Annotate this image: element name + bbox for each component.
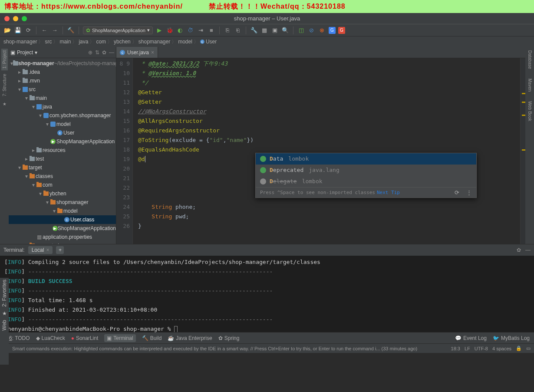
star-icon[interactable]: ★ bbox=[2, 310, 7, 316]
toolwindow-button[interactable]: ▣Terminal bbox=[104, 334, 135, 342]
sort-icon[interactable]: ⇅ bbox=[95, 49, 99, 56]
tab-project[interactable]: 1: Project bbox=[1, 49, 8, 70]
toolwindow-button[interactable]: ◆LuaCheck bbox=[36, 334, 65, 342]
tab-web[interactable]: Web bbox=[0, 318, 8, 332]
tool-icon[interactable]: ⊘ bbox=[308, 26, 316, 34]
toolwindow-button[interactable]: 🐦MyBatis Log bbox=[493, 335, 530, 341]
tree-node[interactable]: ▸test bbox=[9, 155, 116, 163]
tree-node[interactable]: ▾ybchen bbox=[9, 189, 116, 198]
target-icon[interactable]: ⊕ bbox=[88, 49, 92, 56]
gear-icon[interactable]: ✿ bbox=[517, 247, 521, 253]
breadcrumb-item[interactable]: shopmanager bbox=[138, 39, 170, 45]
tree-node[interactable]: ▸.idea bbox=[9, 68, 116, 76]
tree-node[interactable]: ▶ShopManagerApplication bbox=[9, 224, 116, 233]
tree-node[interactable]: ▦application.properties bbox=[9, 233, 116, 241]
gplus-icon[interactable]: G bbox=[338, 27, 345, 34]
close-icon[interactable] bbox=[4, 16, 10, 21]
suggest-item[interactable]: Deprecatedjava.lang bbox=[256, 165, 476, 176]
attach-icon[interactable]: ⇥ bbox=[197, 26, 205, 34]
window-controls[interactable] bbox=[4, 16, 27, 21]
coverage-icon[interactable]: ◐ bbox=[176, 26, 184, 34]
close-icon[interactable]: × bbox=[46, 247, 49, 253]
db-icon[interactable]: ◫ bbox=[297, 26, 305, 34]
sync-icon[interactable]: ⟳ bbox=[24, 26, 32, 34]
open-icon[interactable]: 📂 bbox=[3, 26, 11, 34]
settings-icon[interactable]: 🔧 bbox=[250, 26, 258, 34]
tree-node[interactable]: ▾com bbox=[9, 181, 116, 189]
minimize-icon[interactable] bbox=[13, 16, 18, 21]
tree-node[interactable]: ▾model bbox=[9, 120, 116, 128]
tree-node[interactable]: ▾src bbox=[9, 85, 116, 94]
code-content[interactable]: * @Date: 2021/3/2 下午9:43 * @Versiion: 1.… bbox=[133, 58, 520, 244]
tree-node[interactable]: ▶ShopManagerApplication bbox=[9, 137, 116, 146]
save-icon[interactable]: 💾 bbox=[14, 26, 22, 34]
tab-structure[interactable]: 7: Structure bbox=[1, 72, 8, 98]
toolwindow-button[interactable]: 💬Event Log bbox=[455, 335, 487, 341]
caret-position[interactable]: 18:3 bbox=[451, 346, 460, 351]
tree-node[interactable]: ▾shopmanager bbox=[9, 198, 116, 207]
stop-icon[interactable]: ■ bbox=[208, 26, 215, 34]
run-icon[interactable]: ▶ bbox=[155, 26, 163, 34]
breadcrumb-item[interactable]: main bbox=[59, 39, 71, 45]
tab-database[interactable]: Database bbox=[527, 49, 533, 71]
toolwindow-button[interactable]: ●SonarLint bbox=[71, 334, 99, 342]
tab-favorites[interactable]: 2: Favorites bbox=[0, 278, 8, 309]
breadcrumb-item[interactable]: com bbox=[96, 39, 106, 45]
encoding[interactable]: UTF-8 bbox=[475, 346, 488, 351]
tree-node[interactable]: ▾target bbox=[9, 163, 116, 172]
suggest-item[interactable]: Datalombok bbox=[256, 153, 476, 165]
tree-node[interactable]: ▾main bbox=[9, 94, 116, 102]
line-separator[interactable]: LF bbox=[465, 346, 470, 351]
breadcrumb-item[interactable]: ybchen bbox=[114, 39, 131, 45]
autocomplete-popup[interactable]: DatalombokDeprecatedjava.langDelegatelom… bbox=[255, 153, 477, 198]
bookmark-icon[interactable]: ★ bbox=[3, 102, 7, 106]
profile-icon[interactable]: ⏱ bbox=[187, 26, 194, 34]
run-config-selector[interactable]: ✿ ShopManagerApplication ▾ bbox=[83, 26, 153, 34]
collapse-icon[interactable]: — bbox=[109, 49, 114, 56]
lock-icon[interactable]: 🔒 bbox=[516, 346, 522, 351]
indent[interactable]: 4 spaces bbox=[492, 346, 511, 351]
layout-icon[interactable]: ▣ bbox=[271, 26, 279, 34]
back-icon[interactable]: ← bbox=[40, 26, 48, 34]
build-icon[interactable]: 🔨 bbox=[67, 26, 75, 34]
tree-node[interactable]: cUser.class bbox=[9, 215, 116, 224]
tree-node[interactable]: ▾model bbox=[9, 207, 116, 215]
breadcrumb-item[interactable]: User bbox=[206, 39, 217, 45]
tree-node[interactable]: ▸.mvn bbox=[9, 76, 116, 85]
structure-icon[interactable]: ▦ bbox=[260, 26, 268, 34]
terminal-output[interactable]: [INFO] Compiling 2 source files to /User… bbox=[0, 256, 534, 332]
tab-file[interactable]: c User.java × bbox=[116, 47, 158, 58]
toolwindow-button[interactable]: 🔨Build bbox=[142, 334, 162, 342]
breadcrumb-item[interactable]: java bbox=[79, 39, 88, 45]
vcs-icon[interactable]: ⎗ bbox=[234, 26, 242, 34]
project-selector[interactable]: ▣ Project ▾ bbox=[10, 49, 37, 56]
project-tree[interactable]: ▾shop-manager ~/IdeaProjects/shop-manage… bbox=[9, 58, 116, 244]
breadcrumbs[interactable]: shop-manager〉 src〉 main〉 java〉 com〉 ybch… bbox=[0, 36, 534, 47]
toolwindow-button[interactable]: ✿Spring bbox=[218, 334, 240, 342]
tree-node[interactable]: ▾com.ybchen.shopmanager bbox=[9, 111, 116, 120]
memory-icon[interactable]: ▭ bbox=[526, 346, 531, 351]
tree-node[interactable]: ▸generated-sources bbox=[9, 241, 116, 244]
tab-webbook[interactable]: Web Book bbox=[527, 99, 533, 123]
error-stripe[interactable] bbox=[520, 58, 525, 244]
breadcrumb-item[interactable]: shop-manager bbox=[3, 39, 37, 45]
suggest-item[interactable]: Delegatelombok bbox=[256, 176, 476, 187]
tree-node[interactable]: cUser bbox=[9, 128, 116, 137]
add-tab-button[interactable]: + bbox=[56, 246, 64, 254]
toolwindow-button[interactable]: ☕Java Enterprise bbox=[168, 334, 212, 342]
tool-icon[interactable]: ⊗ bbox=[318, 26, 326, 34]
close-icon[interactable]: × bbox=[151, 49, 154, 56]
hide-icon[interactable]: — bbox=[525, 247, 531, 253]
breadcrumb-item[interactable]: model bbox=[178, 39, 192, 45]
search-icon[interactable]: 🔍 bbox=[281, 26, 289, 34]
debug-icon[interactable]: 🐞 bbox=[166, 26, 174, 34]
gtranslate-icon[interactable]: G bbox=[329, 27, 336, 34]
breadcrumb-item[interactable]: src bbox=[45, 39, 52, 45]
gear-icon[interactable]: ✿ bbox=[102, 49, 106, 56]
forward-icon[interactable]: → bbox=[51, 26, 59, 34]
tree-node[interactable]: ▸resources bbox=[9, 146, 116, 155]
tree-node[interactable]: ▾classes bbox=[9, 172, 116, 181]
code-editor[interactable]: 8 9 10 11 12 13 14 15 16 17 18 19 20 21 … bbox=[116, 58, 525, 244]
terminal-tab[interactable]: Local × bbox=[28, 246, 53, 254]
next-tip-link[interactable]: Next Tip bbox=[377, 190, 400, 195]
